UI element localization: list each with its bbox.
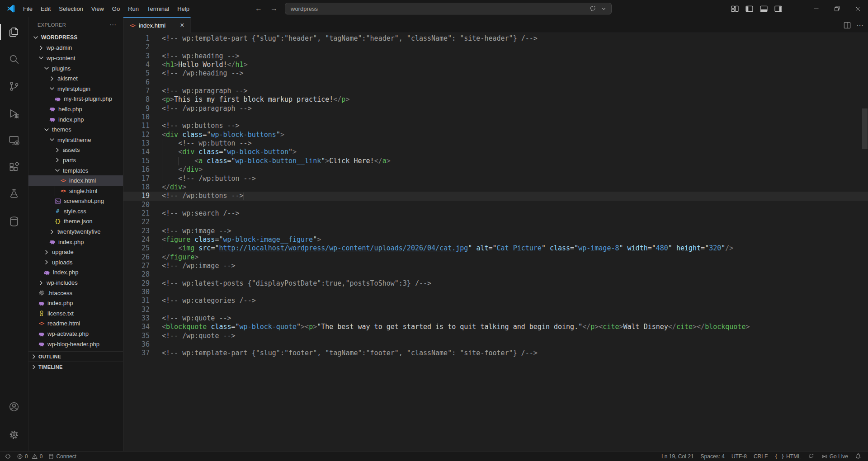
indentation-status[interactable]: Spaces: 4 <box>701 453 725 460</box>
code-line-18[interactable]: 18</div> <box>123 183 868 192</box>
tree-item-akismet[interactable]: akismet <box>28 73 123 84</box>
line-number[interactable]: 34 <box>123 323 162 331</box>
code-line-2[interactable]: 2 <box>123 43 868 52</box>
code-line-15[interactable]: 15 <a class="wp-block-button__link">Clic… <box>123 157 868 165</box>
code-line-35[interactable]: 35<!-- /wp:quote --> <box>123 332 868 340</box>
restore-button[interactable] <box>826 0 847 17</box>
tree-item-hello.php[interactable]: hello.php <box>28 104 123 114</box>
code-line-32[interactable]: 32 <box>123 306 868 314</box>
tree-item-wp-includes[interactable]: wp-includes <box>28 278 123 288</box>
code-line-29[interactable]: 29<!-- wp:latest-posts {"displayPostDate… <box>123 279 868 288</box>
tree-item-index.html[interactable]: <>index.html <box>28 175 123 186</box>
line-number[interactable]: 7 <box>123 87 162 95</box>
code-line-16[interactable]: 16 </div> <box>123 165 868 174</box>
menu-terminal[interactable]: Terminal <box>143 3 173 14</box>
tree-item-style.css[interactable]: #style.css <box>28 206 123 216</box>
tree-item-wp-blog-header.php[interactable]: wp-blog-header.php <box>28 339 123 349</box>
menu-help[interactable]: Help <box>173 3 193 14</box>
navigate-back-icon[interactable]: ← <box>254 5 263 13</box>
tree-item-upgrade[interactable]: upgrade <box>28 247 123 257</box>
tree-item-index.php[interactable]: index.php <box>28 268 123 278</box>
line-number[interactable]: 15 <box>123 157 162 165</box>
language-mode[interactable]: { } HTML <box>774 453 801 460</box>
line-number[interactable]: 24 <box>123 235 162 244</box>
tree-item-uploads[interactable]: uploads <box>28 257 123 268</box>
minimize-button[interactable] <box>806 0 826 17</box>
line-number[interactable]: 16 <box>123 165 162 174</box>
tree-item-index.php[interactable]: index.php <box>28 298 123 308</box>
line-number[interactable]: 17 <box>123 174 162 183</box>
line-number[interactable]: 21 <box>123 209 162 218</box>
tree-item-index.php[interactable]: index.php <box>28 237 123 247</box>
code-line-14[interactable]: 14 <div class="wp-block-button"> <box>123 148 868 156</box>
code-line-12[interactable]: 12<div class="wp-block-buttons"> <box>123 131 868 139</box>
code-line-10[interactable]: 10 <box>123 113 868 122</box>
code-line-5[interactable]: 5<!-- /wp:heading --> <box>123 69 868 78</box>
more-actions-icon[interactable]: ⋯ <box>109 21 117 29</box>
tab-index-html[interactable]: <> index.html × <box>123 17 191 33</box>
code-line-27[interactable]: 27<!-- /wp:image --> <box>123 262 868 270</box>
code-line-26[interactable]: 26</figure> <box>123 253 868 262</box>
account-icon[interactable] <box>0 396 28 418</box>
testing-icon[interactable] <box>0 183 28 204</box>
customize-layout-icon[interactable] <box>730 4 740 14</box>
code-line-33[interactable]: 33<!-- wp:quote --> <box>123 314 868 323</box>
toggle-panel-icon[interactable] <box>759 4 769 14</box>
tree-item-templates[interactable]: templates <box>28 165 123 176</box>
tree-item-themes[interactable]: themes <box>28 124 123 135</box>
line-number[interactable]: 22 <box>123 218 162 226</box>
tree-item-twentytwentyfive[interactable]: twentytwentyfive <box>28 226 123 237</box>
line-number[interactable]: 26 <box>123 253 162 262</box>
line-number[interactable]: 25 <box>123 244 162 253</box>
code-editor[interactable]: 1<!-- wp:template-part {"slug":"header",… <box>123 33 868 451</box>
code-line-28[interactable]: 28 <box>123 270 868 279</box>
line-number[interactable]: 8 <box>123 95 162 104</box>
tree-item-readme.html[interactable]: <>readme.html <box>28 319 123 329</box>
code-line-19[interactable]: 19<!-- /wp:buttons --> <box>123 192 868 200</box>
line-number[interactable]: 19 <box>123 192 162 200</box>
tree-item-plugins[interactable]: plugins <box>28 63 123 74</box>
line-number[interactable]: 1 <box>123 34 162 43</box>
cursor-position[interactable]: Ln 19, Col 21 <box>661 453 693 460</box>
code-line-31[interactable]: 31<!-- wp:categories /--> <box>123 296 868 305</box>
toggle-secondary-sidebar-icon[interactable] <box>773 4 783 14</box>
line-number[interactable]: 14 <box>123 148 162 156</box>
code-line-3[interactable]: 3<!-- wp:heading --> <box>123 52 868 61</box>
menu-run[interactable]: Run <box>124 3 143 14</box>
line-number[interactable]: 33 <box>123 314 162 323</box>
line-number[interactable]: 32 <box>123 306 162 314</box>
code-line-1[interactable]: 1<!-- wp:template-part {"slug":"header",… <box>123 34 868 43</box>
navigate-forward-icon[interactable]: → <box>269 5 278 13</box>
line-number[interactable]: 3 <box>123 52 162 61</box>
close-button[interactable] <box>847 0 868 17</box>
tree-item-screenshot.png[interactable]: screenshot.png <box>28 196 123 207</box>
line-number[interactable]: 6 <box>123 78 162 87</box>
run-debug-icon[interactable] <box>0 103 28 124</box>
remote-explorer-icon[interactable] <box>0 129 28 151</box>
code-line-36[interactable]: 36 <box>123 340 868 349</box>
line-number[interactable]: 9 <box>123 104 162 113</box>
copilot-status[interactable] <box>808 453 815 460</box>
outline-section[interactable]: OUTLINE <box>28 351 123 361</box>
tree-item-license.txt[interactable]: license.txt <box>28 308 123 319</box>
encoding-status[interactable]: UTF-8 <box>731 453 747 460</box>
tree-item-my-first-plugin.php[interactable]: my-first-plugin.php <box>28 94 123 104</box>
command-center-search[interactable]: wordpress <box>285 3 612 14</box>
database-icon[interactable] <box>0 211 28 232</box>
line-number[interactable]: 13 <box>123 139 162 148</box>
line-number[interactable]: 11 <box>123 122 162 130</box>
chevron-down-icon[interactable] <box>601 6 607 12</box>
tree-item-theme.json[interactable]: {}theme.json <box>28 216 123 227</box>
code-line-25[interactable]: 25 <img src="http://localhost/wordpress/… <box>123 244 868 253</box>
tree-item-wordpress[interactable]: WORDPRESS <box>28 33 123 43</box>
line-number[interactable]: 20 <box>123 201 162 209</box>
tree-item-wp-content[interactable]: wp-content <box>28 53 123 63</box>
code-line-11[interactable]: 11<!-- wp:buttons --> <box>123 122 868 130</box>
line-number[interactable]: 4 <box>123 61 162 69</box>
extensions-icon[interactable] <box>0 156 28 178</box>
tree-item-wp-activate.php[interactable]: wp-activate.php <box>28 329 123 339</box>
timeline-section[interactable]: TIMELINE <box>28 362 123 372</box>
line-number[interactable]: 23 <box>123 227 162 235</box>
tree-item-single.html[interactable]: <>single.html <box>28 186 123 196</box>
problems-indicator[interactable]: 0 0 <box>17 453 42 460</box>
